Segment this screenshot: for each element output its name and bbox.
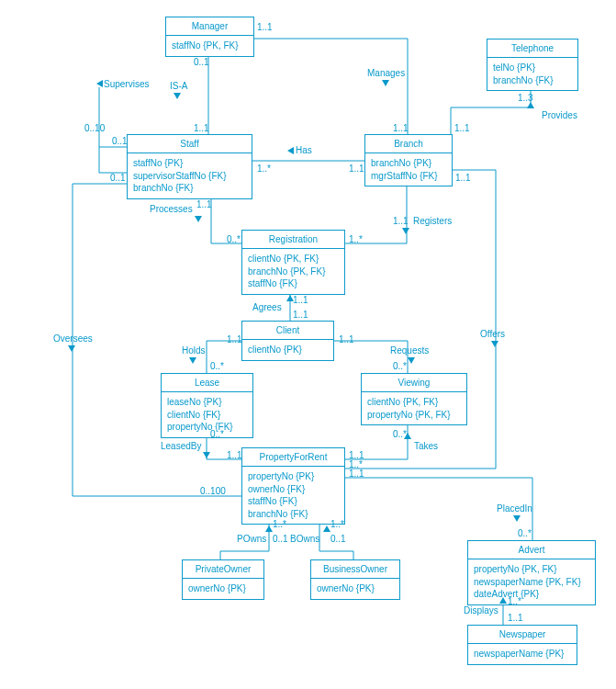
card: 0..10 bbox=[84, 123, 105, 133]
entity-registration: Registration clientNo {PK, FK} branchNo … bbox=[241, 230, 345, 295]
entity-lease: Lease leaseNo {PK} clientNo {FK} propert… bbox=[161, 373, 253, 438]
arrow-left-icon bbox=[287, 147, 294, 154]
attr: dateAdvert {PK} bbox=[474, 588, 589, 601]
card: 0..* bbox=[210, 361, 224, 371]
arrow-down-icon bbox=[203, 452, 210, 458]
entity-title: BusinessOwner bbox=[311, 560, 399, 579]
arrow-down-icon bbox=[491, 341, 498, 347]
arrow-down-icon bbox=[68, 345, 75, 352]
rel-registers: Registers bbox=[413, 216, 452, 226]
card: 0..* bbox=[227, 234, 241, 244]
card: 1..1 bbox=[339, 334, 354, 344]
rel-agrees: Agrees bbox=[252, 302, 282, 312]
card: 0..1 bbox=[112, 136, 128, 146]
card: 0..1 bbox=[110, 173, 126, 183]
rel-bowns: BOwns bbox=[290, 534, 319, 544]
attr: clientNo {FK} bbox=[167, 409, 247, 422]
card: 1..1 bbox=[227, 450, 242, 460]
arrow-down-icon bbox=[382, 80, 389, 86]
attr: propertyNo {PK} bbox=[248, 470, 339, 483]
card: 1..1 bbox=[349, 469, 364, 479]
attr: branchNo {FK} bbox=[493, 74, 572, 87]
arrow-down-icon bbox=[408, 357, 415, 364]
card: 1..1 bbox=[194, 123, 209, 133]
attr: ownerNo {PK} bbox=[188, 582, 258, 595]
arrow-up-icon bbox=[527, 102, 534, 108]
entity-title: Staff bbox=[128, 135, 252, 153]
card: 1..1 bbox=[508, 613, 523, 623]
card: 1..1 bbox=[257, 22, 273, 32]
attr: propertyNo {PK, FK} bbox=[474, 563, 589, 576]
arrow-up-icon bbox=[265, 525, 273, 532]
arrow-down-icon bbox=[189, 357, 196, 364]
arrow-down-icon bbox=[174, 93, 181, 99]
attr: newspaperName {PK, FK} bbox=[474, 576, 589, 589]
entity-title: Lease bbox=[162, 374, 252, 392]
card: 1..1 bbox=[393, 123, 409, 133]
rel-displays: Displays bbox=[464, 605, 498, 616]
entity-property: PropertyForRent propertyNo {PK} ownerNo … bbox=[241, 447, 345, 525]
attr: propertyNo {FK} bbox=[167, 421, 247, 434]
arrow-down-icon bbox=[513, 515, 521, 522]
attr: telNo {PK} bbox=[493, 62, 572, 74]
card: 1..1 bbox=[393, 216, 409, 226]
entity-telephone: Telephone telNo {PK} branchNo {FK} bbox=[487, 39, 578, 91]
entity-private-owner: PrivateOwner ownerNo {PK} bbox=[182, 559, 264, 600]
entity-viewing: Viewing clientNo {PK, FK} propertyNo {PK… bbox=[361, 373, 467, 425]
rel-isa: IS-A bbox=[170, 81, 187, 91]
entity-title: Branch bbox=[365, 135, 452, 153]
card: 0..* bbox=[518, 528, 532, 538]
card: 1..* bbox=[330, 519, 344, 529]
card: 1..* bbox=[508, 596, 521, 606]
rel-takes: Takes bbox=[414, 441, 438, 451]
attr: clientNo {PK, FK} bbox=[248, 253, 339, 265]
entity-staff: Staff staffNo {PK} supervisorStaffNo {FK… bbox=[127, 134, 252, 199]
card: 1..* bbox=[273, 519, 286, 529]
card: 0..1 bbox=[194, 57, 209, 67]
attr: branchNo {PK} bbox=[371, 157, 446, 170]
rel-powns: POwns bbox=[237, 534, 266, 544]
rel-holds: Holds bbox=[182, 345, 206, 356]
entity-manager: Manager staffNo {PK, FK} bbox=[165, 17, 254, 57]
card: 1..1 bbox=[293, 295, 308, 305]
card: 1..* bbox=[349, 234, 363, 244]
card: 1..1 bbox=[455, 173, 471, 183]
arrow-down-icon bbox=[402, 228, 409, 234]
card: 1..1 bbox=[454, 123, 470, 133]
rel-provides: Provides bbox=[542, 110, 577, 120]
arrow-up-icon bbox=[499, 597, 507, 604]
attr: branchNo {PK, FK} bbox=[248, 265, 339, 278]
rel-leasedby: LeasedBy bbox=[161, 441, 201, 451]
entity-title: Viewing bbox=[362, 374, 466, 392]
entity-title: Telephone bbox=[487, 40, 577, 58]
attr: branchNo {FK} bbox=[248, 508, 339, 521]
entity-title: Registration bbox=[242, 231, 344, 249]
card: 0..100 bbox=[200, 486, 226, 496]
entity-newspaper: Newspaper newspaperName {PK} bbox=[467, 625, 577, 665]
card: 0..1 bbox=[330, 534, 346, 544]
entity-title: Advert bbox=[468, 541, 595, 559]
attr: staffNo {PK, FK} bbox=[172, 40, 248, 52]
arrow-down-icon bbox=[195, 216, 202, 222]
entity-business-owner: BusinessOwner ownerNo {PK} bbox=[310, 559, 400, 600]
attr: mgrStaffNo {FK} bbox=[371, 170, 446, 183]
card: 1..* bbox=[257, 164, 271, 174]
card: 1..1 bbox=[349, 164, 364, 174]
entity-client: Client clientNo {PK} bbox=[241, 321, 334, 361]
card: 0..* bbox=[210, 429, 224, 439]
attr: propertyNo {PK, FK} bbox=[367, 409, 461, 422]
card: 1..1 bbox=[349, 450, 364, 460]
arrow-left-icon bbox=[96, 80, 103, 87]
er-diagram-canvas: Manager staffNo {PK, FK} Telephone telNo… bbox=[0, 0, 616, 689]
attr: newspaperName {PK} bbox=[474, 648, 571, 661]
entity-branch: Branch branchNo {PK} mgrStaffNo {FK} bbox=[364, 134, 453, 186]
entity-title: Client bbox=[242, 322, 333, 340]
attr: staffNo {PK} bbox=[133, 157, 246, 170]
attr: leaseNo {PK} bbox=[167, 396, 247, 409]
attr: ownerNo {PK} bbox=[317, 582, 394, 595]
attr: ownerNo {FK} bbox=[248, 483, 339, 496]
card: 0..* bbox=[393, 429, 407, 439]
entity-advert: Advert propertyNo {PK, FK} newspaperName… bbox=[467, 540, 596, 605]
card: 1..1 bbox=[227, 334, 242, 344]
entity-title: Newspaper bbox=[468, 626, 577, 644]
